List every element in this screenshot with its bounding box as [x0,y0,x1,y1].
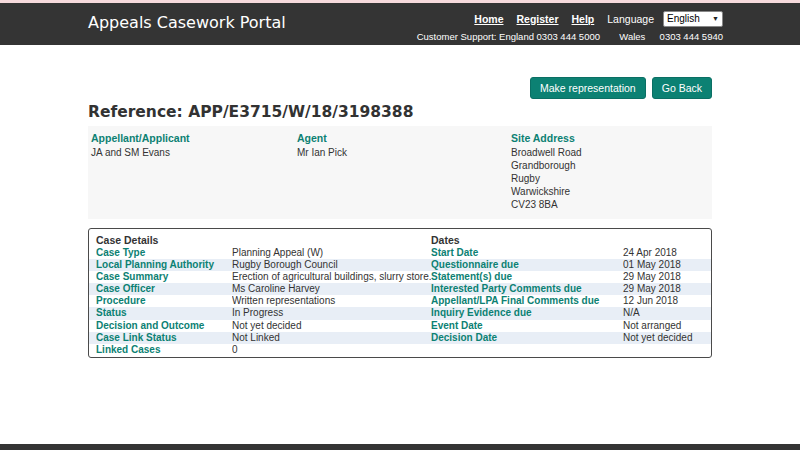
make-representation-button[interactable]: Make representation [530,77,646,99]
portal-title: Appeals Casework Portal [88,13,286,32]
nav-link-help[interactable]: Help [572,13,595,25]
action-buttons: Make representation Go Back [530,77,712,99]
header-bar: Appeals Casework Portal Home Register He… [0,3,800,45]
date-value: 29 May 2018 [623,271,711,283]
site-address-line: Broadwell Road [511,146,712,159]
case-detail-value: In Progress [232,307,431,319]
language-select[interactable]: English ▼ [663,11,723,27]
date-value: 12 Jun 2018 [623,295,711,307]
site-address-line: Warwickshire [511,185,712,198]
footer-bar [0,444,800,450]
agent-block: Agent Mr Ian Pick [297,132,511,211]
support-england: England 0303 444 5000 [499,31,600,42]
support-prefix: Customer Support: [417,31,497,42]
language-selected-value: English [667,13,700,24]
case-detail-label: Status [96,307,232,319]
case-detail-value: Written representations [232,295,431,307]
page: Appeals Casework Portal Home Register He… [0,0,800,450]
date-label: Decision Date [431,332,623,344]
case-detail-value: Not Linked [232,332,431,344]
case-tables: Case Details Dates Case Type Planning Ap… [88,228,712,358]
header-nav: Home Register Help Language English ▼ [417,10,723,27]
case-detail-label: Local Planning Authority [96,259,232,271]
nav-link-register[interactable]: Register [517,13,559,25]
table-row: Decision and Outcome Not yet decided Eve… [89,320,711,332]
go-back-button[interactable]: Go Back [652,77,712,99]
appellant-label: Appellant/Applicant [91,132,297,144]
customer-support-line: Customer Support: England 0303 444 5000 … [417,31,723,42]
case-detail-value: Planning Appeal (W) [232,247,431,259]
date-value: Not yet decided [623,332,711,344]
support-wales-label: Wales [619,31,645,42]
table-row: Case Officer Ms Caroline Harvey Interest… [89,283,711,295]
site-address-label: Site Address [511,132,712,144]
date-value: Not arranged [623,320,711,332]
date-label: Questionnaire due [431,259,623,271]
case-detail-label: Case Summary [96,271,232,283]
date-label: Start Date [431,247,623,259]
language-label: Language [607,13,654,25]
site-address-line: CV23 8BA [511,198,712,211]
table-row: Procedure Written representations Appell… [89,295,711,307]
case-detail-label: Procedure [96,295,232,307]
case-detail-value: 0 [232,344,431,356]
case-detail-label: Decision and Outcome [96,320,232,332]
table-row: Status In Progress Inquiry Evidence due … [89,307,711,319]
case-detail-value: Rugby Borough Council [232,259,431,271]
site-address-block: Site Address Broadwell Road Grandborough… [511,132,712,211]
date-value: 29 May 2018 [623,283,711,295]
table-header-row: Case Details Dates [89,233,711,247]
date-label: Appellant/LPA Final Comments due [431,295,623,307]
table-row: Case Summary Erection of agricultural bu… [89,271,711,283]
case-detail-value: Ms Caroline Harvey [232,283,431,295]
support-wales-phone: 0303 444 5940 [660,31,723,42]
parties-panel: Appellant/Applicant JA and SM Evans Agen… [88,126,712,219]
date-label: Statement(s) due [431,271,623,283]
case-detail-value: Erection of agricultural buildings, slur… [232,271,431,283]
table-row: Case Link Status Not Linked Decision Dat… [89,332,711,344]
case-detail-label: Case Officer [96,283,232,295]
site-address-line: Grandborough [511,159,712,172]
case-detail-label: Case Type [96,247,232,259]
date-label: Inquiry Evidence due [431,307,623,319]
table-row: Local Planning Authority Rugby Borough C… [89,259,711,271]
case-details-title: Case Details [96,233,232,247]
appellant-value: JA and SM Evans [91,146,297,159]
date-value: N/A [623,307,711,319]
dates-title: Dates [431,233,623,247]
chevron-down-icon: ▼ [712,15,719,22]
nav-link-home[interactable]: Home [474,13,503,25]
table-row: Case Type Planning Appeal (W) Start Date… [89,247,711,259]
reference-heading: Reference: APP/E3715/W/18/3198388 [88,103,413,121]
agent-value: Mr Ian Pick [297,146,511,159]
case-detail-value: Not yet decided [232,320,431,332]
agent-label: Agent [297,132,511,144]
case-detail-label: Linked Cases [96,344,232,356]
case-detail-label: Case Link Status [96,332,232,344]
date-label: Interested Party Comments due [431,283,623,295]
table-row: Linked Cases 0 [89,344,711,356]
appellant-block: Appellant/Applicant JA and SM Evans [91,132,297,211]
header-right: Home Register Help Language English ▼ Cu… [417,10,723,42]
date-label: Event Date [431,320,623,332]
date-value: 01 May 2018 [623,259,711,271]
site-address-line: Rugby [511,172,712,185]
date-value: 24 Apr 2018 [623,247,711,259]
